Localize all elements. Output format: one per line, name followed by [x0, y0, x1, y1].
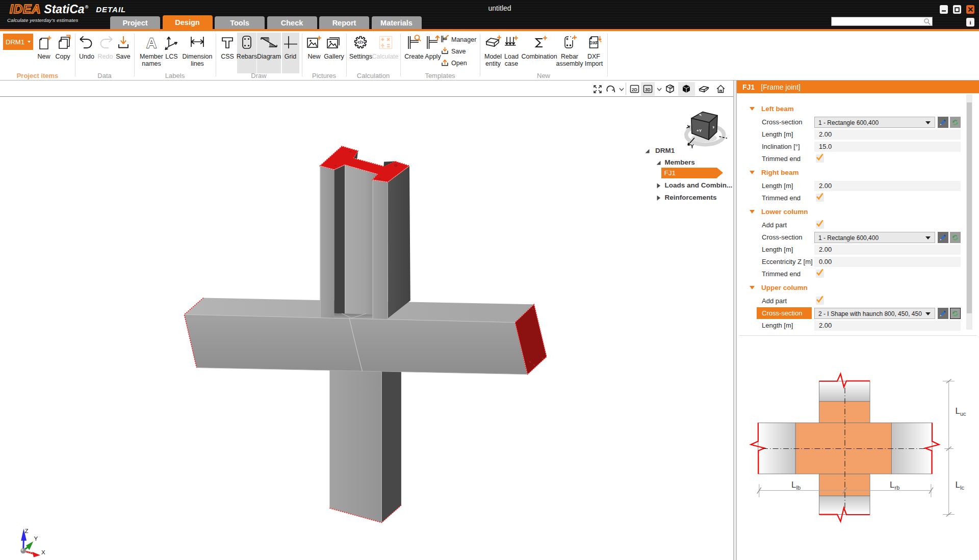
frame-joint-3d-model[interactable] [0, 97, 733, 560]
apply-button[interactable]: Apply [423, 33, 443, 73]
section-left-beam[interactable]: Left beam [737, 103, 794, 114]
search-input[interactable] [831, 17, 933, 26]
checkbox-checked[interactable] [816, 194, 824, 202]
navigation-cube[interactable]: +Y Y [681, 104, 732, 153]
open-template-button[interactable]: Open [441, 59, 476, 67]
checkbox-checked[interactable] [816, 270, 824, 278]
gallery-button[interactable]: Gallery [322, 33, 346, 73]
property-value-field[interactable]: 2.00 [814, 245, 961, 255]
render-solid-button[interactable] [678, 82, 695, 96]
viewport-3d[interactable]: +Y Y DRM1MembersFJ1Loads and Combin...Re… [0, 97, 733, 560]
property-label: Length [m] [762, 182, 793, 190]
collapse-triangle-icon[interactable] [750, 107, 755, 111]
panel-scrollbar[interactable] [966, 94, 972, 330]
home-view-button[interactable] [715, 82, 727, 96]
orbit-options-button[interactable] [617, 82, 625, 96]
section-lower-column[interactable]: Lower column [737, 206, 808, 217]
refresh-icon [951, 310, 959, 317]
css-button[interactable]: CSS [218, 33, 237, 73]
dxf-import-button[interactable]: DXFDXF Import [582, 33, 606, 73]
property-label: Length [m] [762, 246, 793, 253]
tab-tools[interactable]: Tools [215, 16, 265, 29]
sync-cross-section-button[interactable] [950, 232, 961, 243]
create-button[interactable]: Create [403, 33, 425, 73]
section-upper-column[interactable]: Upper column [737, 282, 808, 293]
zoom-fit-button[interactable] [591, 82, 604, 96]
tree-item-members[interactable]: Members [664, 156, 694, 168]
close-button[interactable] [966, 5, 974, 14]
view-3d-button[interactable]: 3D [641, 82, 655, 96]
cross-section-dropdown[interactable]: 1 - Rectangle 600,400 [814, 117, 935, 128]
checkbox-checked[interactable] [816, 221, 824, 229]
lcs-button[interactable]: LCS [163, 33, 181, 73]
render-wireframe-button[interactable] [664, 82, 677, 96]
panel-splitter[interactable] [733, 81, 737, 560]
dimension-lines-button[interactable]: Dimension lines [182, 33, 213, 73]
property-value-field[interactable]: 2.00 [814, 129, 961, 140]
new-button[interactable]: New [305, 33, 323, 73]
tab-design[interactable]: Design [163, 15, 213, 29]
cross-section-dropdown[interactable]: 1 - Rectangle 600,400 [814, 232, 935, 243]
tree-item-drm1[interactable]: DRM1 [655, 145, 675, 156]
checkmark-icon [815, 192, 824, 200]
scrollbar-thumb[interactable] [967, 102, 972, 313]
tree-collapsed-icon[interactable] [656, 192, 661, 203]
dropdown-value: 1 - Rectangle 600,400 [818, 234, 879, 242]
rebars-button[interactable]: Rebars [237, 33, 256, 73]
render-section-button[interactable] [698, 82, 711, 96]
edit-cross-section-button[interactable] [938, 117, 948, 128]
maximize-button[interactable] [953, 5, 961, 14]
tree-expanded-icon[interactable] [645, 145, 650, 156]
collapse-triangle-icon[interactable] [750, 171, 755, 174]
sync-cross-section-button[interactable] [950, 308, 961, 319]
section-right-beam[interactable]: Right beam [737, 167, 799, 178]
checkbox-checked[interactable] [816, 297, 824, 305]
collapse-triangle-icon[interactable] [750, 210, 755, 214]
cross-section-dropdown[interactable]: 2 - I Shape with haunch 800, 450, 450 [814, 308, 935, 319]
button-label: LCS [165, 54, 177, 61]
tree-expanded-icon[interactable] [656, 157, 661, 168]
project-item-selector[interactable]: DRM1 [3, 34, 33, 50]
tab-report[interactable]: Report [319, 16, 369, 29]
tab-check[interactable]: Check [267, 16, 317, 29]
tree-item-reinforcements[interactable]: Reinforcements [664, 192, 716, 203]
diagram-joint-core [795, 423, 891, 474]
property-value-field[interactable]: 2.00 [814, 321, 961, 331]
load-case-button[interactable]: Load case [502, 33, 521, 73]
tree-item-fj1-selected[interactable]: FJ1 [661, 168, 717, 178]
save-template-button[interactable]: Save [441, 47, 476, 56]
property-value-field[interactable]: 2.00 [814, 181, 961, 191]
grid-button[interactable]: Grid [282, 33, 299, 73]
button-label: CSS [221, 54, 234, 61]
info-button[interactable]: i [966, 18, 974, 26]
property-value-field[interactable]: 15.0 [814, 142, 961, 152]
tree-collapsed-icon[interactable] [656, 180, 661, 191]
tab-project[interactable]: Project [110, 16, 160, 29]
diagram-button[interactable]: Diagram [257, 33, 281, 73]
section-title: Right beam [761, 169, 799, 176]
view-options-button[interactable] [655, 82, 663, 96]
edit-cross-section-button[interactable] [938, 308, 948, 319]
edit-cross-section-button[interactable] [938, 232, 948, 243]
rebar-assembly-button[interactable]: Rebar assembly [555, 33, 584, 73]
orbit-button[interactable] [605, 82, 618, 96]
tree-item-loads-and-combin-[interactable]: Loads and Combin... [664, 179, 732, 191]
combination-button[interactable]: Combination [520, 33, 559, 73]
save-button[interactable]: Save [113, 33, 134, 73]
tab-materials[interactable]: Materials [372, 16, 422, 29]
view-2d-button[interactable]: 2D [629, 82, 640, 96]
dim-label-llb: Llb [791, 480, 801, 491]
copy-button[interactable]: Copy [53, 33, 73, 73]
checkbox-checked[interactable] [816, 154, 824, 163]
undo-button[interactable]: Undo [75, 33, 98, 73]
member-names-button[interactable]: AMember names [138, 33, 165, 73]
model-entity-button[interactable]: Model entity [482, 33, 504, 73]
section-title: Upper column [761, 284, 808, 291]
new-button[interactable]: New [34, 33, 54, 73]
minimize-button[interactable] [940, 5, 948, 14]
manager-template-button[interactable]: Manager [441, 36, 476, 44]
collapse-triangle-icon[interactable] [750, 286, 755, 289]
button-label: Member names [140, 54, 163, 67]
sync-cross-section-button[interactable] [950, 117, 961, 128]
property-value-field[interactable]: 0.00 [814, 257, 961, 267]
